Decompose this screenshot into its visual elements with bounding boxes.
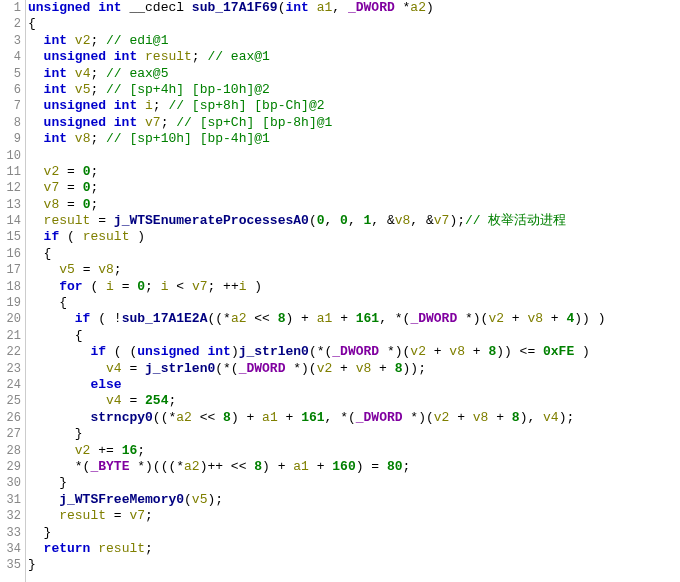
code-line[interactable]: unsigned int v7; // [sp+Ch] [bp-8h]@1 [28, 115, 680, 131]
token-op: ((* [153, 410, 176, 425]
token-var: v8 [75, 131, 91, 146]
token-num: 254 [145, 393, 168, 408]
token-op: ( [59, 229, 82, 244]
token-var: v4 [75, 66, 91, 81]
token-cmt: // eax@5 [106, 66, 168, 81]
token-op: *( [28, 459, 90, 474]
code-line[interactable]: j_WTSFreeMemory0(v5); [28, 492, 680, 508]
code-line[interactable]: { [28, 16, 680, 32]
code-line[interactable] [28, 148, 680, 164]
code-line[interactable]: v7 = 0; [28, 180, 680, 196]
code-line[interactable]: unsigned int __cdecl sub_17A1F69(int a1,… [28, 0, 680, 16]
token-num: 8 [223, 410, 231, 425]
token-op [28, 131, 44, 146]
token-op: * [395, 0, 411, 15]
code-line[interactable]: v2 = 0; [28, 164, 680, 180]
token-num: 8 [395, 361, 403, 376]
token-op [28, 377, 90, 392]
code-line[interactable]: else [28, 377, 680, 393]
token-cmt: // [sp+10h] [bp-4h]@1 [106, 131, 270, 146]
token-op: ; [192, 49, 208, 64]
token-fn: j_WTSFreeMemory0 [59, 492, 184, 507]
code-line[interactable]: } [28, 525, 680, 541]
token-type: _DWORD [348, 0, 395, 15]
token-op: ; [114, 262, 122, 277]
code-line[interactable]: if ( result ) [28, 229, 680, 245]
token-op: ; [90, 33, 106, 48]
line-number: 14 [0, 213, 21, 229]
token-op: *)(((* [129, 459, 184, 474]
line-number: 35 [0, 557, 21, 573]
token-var: v4 [106, 361, 122, 376]
token-op: ((* [207, 311, 230, 326]
code-line[interactable]: int v4; // eax@5 [28, 66, 680, 82]
code-line[interactable]: *(_BYTE *)(((*a2)++ << 8) + a1 + 160) = … [28, 459, 680, 475]
code-line[interactable]: int v5; // [sp+4h] [bp-10h]@2 [28, 82, 680, 98]
code-line[interactable]: result = j_WTSEnumerateProcessesA0(0, 0,… [28, 213, 680, 229]
line-number: 29 [0, 459, 21, 475]
token-type: _DWORD [410, 311, 457, 326]
code-line[interactable]: } [28, 557, 680, 573]
token-op: , [332, 0, 348, 15]
token-var: v8 [98, 262, 114, 277]
token-var: v5 [59, 262, 75, 277]
token-op [28, 344, 90, 359]
token-kw: return [44, 541, 91, 556]
token-type: _DWORD [332, 344, 379, 359]
line-number: 28 [0, 443, 21, 459]
code-line[interactable]: result = v7; [28, 508, 680, 524]
token-op: = [59, 164, 82, 179]
line-number: 22 [0, 344, 21, 360]
code-line[interactable]: v5 = v8; [28, 262, 680, 278]
code-line[interactable]: int v8; // [sp+10h] [bp-4h]@1 [28, 131, 680, 147]
token-var: result [83, 229, 130, 244]
code-line[interactable]: unsigned int result; // eax@1 [28, 49, 680, 65]
token-op [28, 164, 44, 179]
token-op: *)( [285, 361, 316, 376]
code-line[interactable]: unsigned int i; // [sp+8h] [bp-Ch]@2 [28, 98, 680, 114]
token-op [28, 492, 59, 507]
code-line[interactable]: v4 = j_strlen0(*(_DWORD *)(v2 + v8 + 8))… [28, 361, 680, 377]
code-line[interactable]: v2 += 16; [28, 443, 680, 459]
token-op: = [59, 180, 82, 195]
token-var: a1 [293, 459, 309, 474]
token-kw: unsigned int [137, 344, 231, 359]
code-line[interactable]: { [28, 328, 680, 344]
code-line[interactable]: v8 = 0; [28, 197, 680, 213]
code-line[interactable]: int v2; // edi@1 [28, 33, 680, 49]
token-op: ) + [231, 410, 262, 425]
token-kw: if [90, 344, 106, 359]
code-line[interactable]: { [28, 246, 680, 262]
code-pane[interactable]: unsigned int __cdecl sub_17A1F69(int a1,… [26, 0, 680, 582]
code-line[interactable]: { [28, 295, 680, 311]
token-op [28, 443, 75, 458]
token-cmt: // [sp+8h] [bp-Ch]@2 [168, 98, 324, 113]
code-line[interactable]: return result; [28, 541, 680, 557]
token-num: 8 [254, 459, 262, 474]
code-line[interactable]: } [28, 426, 680, 442]
code-line[interactable]: strncpy0((*a2 << 8) + a1 + 161, *(_DWORD… [28, 410, 680, 426]
code-line[interactable]: } [28, 475, 680, 491]
token-op: ; [90, 164, 98, 179]
line-number: 21 [0, 328, 21, 344]
token-op: + [449, 410, 472, 425]
code-line[interactable]: if ( (unsigned int)j_strlen0(*(_DWORD *)… [28, 344, 680, 360]
token-fn: strncpy0 [90, 410, 152, 425]
token-op: ) [247, 279, 263, 294]
code-line[interactable]: if ( !sub_17A1E2A((*a2 << 8) + a1 + 161,… [28, 311, 680, 327]
code-line[interactable]: for ( i = 0; i < v7; ++i ) [28, 279, 680, 295]
token-op: } [28, 475, 67, 490]
token-op: < [168, 279, 191, 294]
line-number: 2 [0, 16, 21, 32]
token-var: v2 [488, 311, 504, 326]
token-op: ) + [262, 459, 293, 474]
token-var: result [145, 49, 192, 64]
line-number: 32 [0, 508, 21, 524]
token-op: ) = [356, 459, 387, 474]
token-op [28, 229, 44, 244]
token-num: 8 [278, 311, 286, 326]
line-number: 1 [0, 0, 21, 16]
code-line[interactable]: v4 = 254; [28, 393, 680, 409]
token-op: ; [90, 197, 98, 212]
token-op: + [371, 361, 394, 376]
